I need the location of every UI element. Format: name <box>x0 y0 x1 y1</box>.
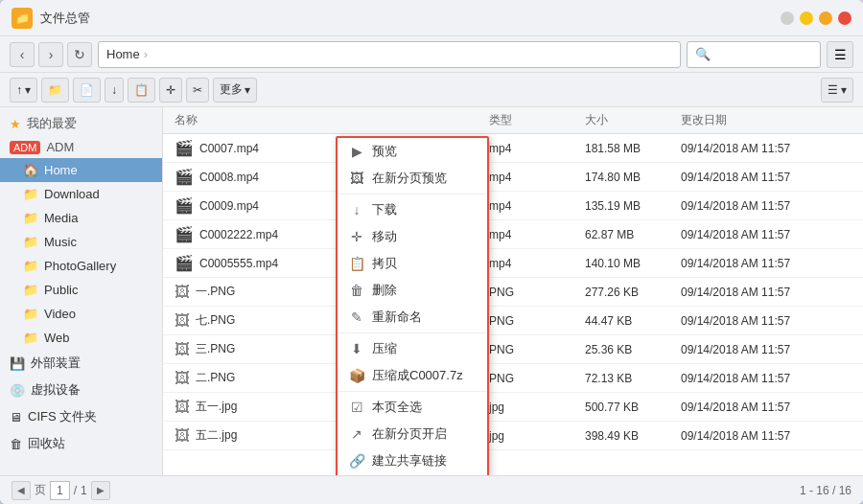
table-row[interactable]: 🖼 五二.jpg jpg 398.49 KB 09/14/2018 AM 11:… <box>163 422 863 450</box>
ctx-icon-compress-to: 📦 <box>349 368 364 383</box>
context-menu-item-download[interactable]: ↓ 下载 <box>338 196 487 223</box>
close-button[interactable] <box>838 11 851 25</box>
app-icon: 📁 <box>12 8 33 29</box>
sidebar-item-virtual[interactable]: 💿 虚拟设备 <box>0 377 162 403</box>
file-name: 二.PNG <box>196 370 235 386</box>
file-name: C0002222.mp4 <box>199 228 278 241</box>
context-menu-item-move[interactable]: ✛ 移动 <box>338 223 487 250</box>
table-row[interactable]: 🖼 三.PNG PNG 25.36 KB 09/14/2018 AM 11:57 <box>163 335 863 364</box>
copy-button[interactable]: 📋 <box>128 78 155 103</box>
refresh-button[interactable]: ↻ <box>67 42 92 67</box>
new-folder-button[interactable]: 📁 <box>41 78 69 103</box>
sidebar-item-cifs[interactable]: 🖥 CIFS 文件夹 <box>0 403 162 430</box>
forward-button[interactable]: › <box>38 42 63 67</box>
file-name: 七.PNG <box>196 312 235 329</box>
sidebar-item-external[interactable]: 💾 外部装置 <box>0 350 162 377</box>
more-button[interactable]: 更多 ▾ <box>213 78 257 103</box>
favorites-section[interactable]: ★ 我的最爱 <box>0 111 162 136</box>
file-date-cell: 09/14/2018 AM 11:57 <box>681 286 825 299</box>
file-date-cell: 09/14/2018 AM 11:57 <box>681 171 825 184</box>
context-menu-item-delete[interactable]: 🗑 删除 <box>338 277 487 304</box>
table-row[interactable]: 🎬 C0002222.mp4 mp4 62.87 MB 09/14/2018 A… <box>163 220 863 249</box>
file-list-header: 名称 类型 大小 更改日期 <box>163 107 863 134</box>
maximize-button[interactable] <box>800 11 813 25</box>
nav-toolbar: ‹ › ↻ Home › 🔍 ☰ <box>0 36 863 73</box>
home-icon: 🏠 <box>23 163 38 177</box>
sidebar-item-trash[interactable]: 🗑 回收站 <box>0 430 162 457</box>
prev-page-button[interactable]: ◀ <box>12 481 31 500</box>
back-button[interactable]: ‹ <box>10 42 35 67</box>
copy-icon: 📋 <box>134 83 149 97</box>
table-row[interactable]: 🖼 一.PNG PNG 277.26 KB 09/14/2018 AM 11:5… <box>163 278 863 307</box>
file-type-cell: jpg <box>489 429 585 443</box>
file-name: 三.PNG <box>196 341 235 357</box>
sidebar-item-public[interactable]: 📁 Public <box>0 278 162 302</box>
table-row[interactable]: 🎬 C0009.mp4 mp4 135.19 MB 09/14/2018 AM … <box>163 192 863 220</box>
search-box[interactable]: 🔍 <box>687 41 821 68</box>
main-area: ★ 我的最爱 ADM ADM 🏠 Home 📁 Download 📁 Media… <box>0 107 863 475</box>
virtual-icon: 💿 <box>10 383 25 398</box>
sidebar-public-label: Public <box>44 283 78 297</box>
cut-button[interactable]: ✂ <box>186 78 209 103</box>
file-type-cell: PNG <box>489 343 585 356</box>
cifs-icon: 🖥 <box>10 410 22 424</box>
file-name: 一.PNG <box>196 284 235 300</box>
context-menu-item-open-new[interactable]: ↗ 在新分页开启 <box>338 421 487 447</box>
context-menu-item-copy[interactable]: 📋 拷贝 <box>338 250 487 277</box>
sidebar-item-photogallery[interactable]: 📁 PhotoGallery <box>0 254 162 278</box>
context-menu-item-share-link[interactable]: 🔗 建立共享链接 <box>338 447 487 474</box>
move-button[interactable]: ✛ <box>159 78 182 103</box>
folder-icon: 📁 <box>48 83 62 97</box>
context-menu-item-rename[interactable]: ✎ 重新命名 <box>338 304 487 331</box>
address-text: Home <box>106 47 140 61</box>
context-menu-item-select-all[interactable]: ☑ 本页全选 <box>338 394 487 421</box>
sidebar-item-download[interactable]: 📁 Download <box>0 182 162 206</box>
ctx-icon-compress: ⬇ <box>349 341 364 356</box>
sidebar: ★ 我的最爱 ADM ADM 🏠 Home 📁 Download 📁 Media… <box>0 107 163 475</box>
sidebar-item-media[interactable]: 📁 Media <box>0 206 162 230</box>
image-icon: 🖼 <box>175 312 190 330</box>
next-page-button[interactable]: ▶ <box>91 481 110 500</box>
table-row[interactable]: 🖼 七.PNG PNG 44.47 KB 09/14/2018 AM 11:57 <box>163 307 863 335</box>
file-type-cell: mp4 <box>489 199 585 213</box>
context-menu-item-compress-to[interactable]: 📦 压缩成C0007.7z <box>338 362 487 389</box>
view-toggle-button[interactable]: ☰ <box>827 41 853 68</box>
sidebar-item-home[interactable]: 🏠 Home <box>0 158 162 182</box>
file-size-cell: 140.10 MB <box>585 257 681 270</box>
table-row[interactable]: 🎬 C0008.mp4 mp4 174.80 MB 09/14/2018 AM … <box>163 163 863 192</box>
file-name: 五二.jpg <box>196 427 237 444</box>
ctx-icon-copy: 📋 <box>349 256 364 271</box>
status-bar: ◀ 页 1 / 1 ▶ 1 - 16 / 16 <box>0 475 863 504</box>
address-bar[interactable]: Home › <box>98 41 681 68</box>
context-menu-item-shortcut[interactable]: ↩ 创建快捷的方式 <box>338 474 487 475</box>
context-menu-item-preview-new[interactable]: 🖼 在新分页预览 <box>338 165 487 192</box>
ctx-label-select-all: 本页全选 <box>372 399 422 416</box>
upload-button[interactable]: ↑ ▾ <box>10 78 37 103</box>
context-menu-separator <box>338 391 487 392</box>
new-file-button[interactable]: 📄 <box>73 78 101 103</box>
file-name: 五一.jpg <box>196 399 237 415</box>
download-button[interactable]: ↓ <box>105 78 124 103</box>
download-icon: ↓ <box>111 83 117 97</box>
sidebar-item-web[interactable]: 📁 Web <box>0 326 162 350</box>
table-row[interactable]: 🖼 二.PNG PNG 72.13 KB 09/14/2018 AM 11:57 <box>163 364 863 393</box>
file-type-cell: mp4 <box>489 142 585 155</box>
table-row[interactable]: 🎬 C0005555.mp4 mp4 140.10 MB 09/14/2018 … <box>163 249 863 278</box>
minimize-button[interactable] <box>781 11 794 25</box>
context-menu-item-preview[interactable]: ▶ 预览 <box>338 138 487 165</box>
file-type-cell: jpg <box>489 401 585 414</box>
sidebar-item-video[interactable]: 📁 Video <box>0 302 162 326</box>
search-input[interactable] <box>714 48 812 61</box>
ctx-icon-rename: ✎ <box>349 309 364 325</box>
sort-button[interactable]: ☰ ▾ <box>821 78 853 103</box>
music-folder-icon: 📁 <box>23 235 38 249</box>
restore-button[interactable] <box>819 11 832 25</box>
context-menu-item-compress[interactable]: ⬇ 压缩 <box>338 335 487 362</box>
table-row[interactable]: 🎬 C0007.mp4 mp4 181.58 MB 09/14/2018 AM … <box>163 134 863 163</box>
sidebar-item-music[interactable]: 📁 Music <box>0 230 162 254</box>
trash-icon: 🗑 <box>10 437 22 451</box>
adm-section[interactable]: ADM ADM <box>0 136 162 158</box>
table-row[interactable]: 🖼 五一.jpg jpg 500.77 KB 09/14/2018 AM 11:… <box>163 393 863 422</box>
file-size-cell: 135.19 MB <box>585 199 681 213</box>
sidebar-web-label: Web <box>44 331 70 345</box>
